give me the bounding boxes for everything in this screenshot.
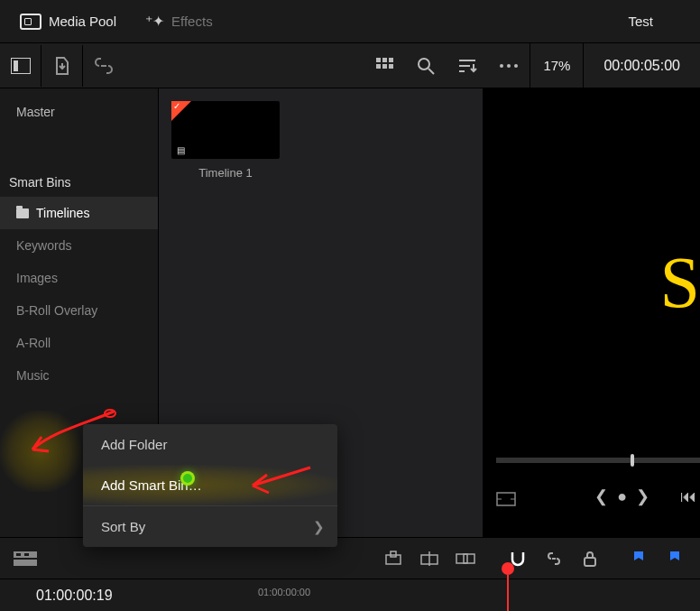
timeline-ruler[interactable]: 01:00:00:00 [253, 579, 700, 611]
sidebar-toggle-button[interactable] [0, 45, 41, 87]
svg-rect-3 [382, 58, 387, 62]
context-menu: Add Folder Add Smart Bin… Sort By ❯ [83, 424, 337, 547]
pool-toolbar: 17% 00:00:05:00 [0, 43, 700, 88]
svg-rect-28 [464, 554, 474, 563]
svg-rect-5 [376, 64, 381, 69]
svg-rect-6 [382, 64, 387, 69]
viewer-frame-content: S [660, 242, 701, 324]
svg-rect-7 [389, 64, 393, 69]
current-marker-icon[interactable]: ● [617, 487, 627, 506]
ruler-start-label: 01:00:00:00 [258, 587, 310, 597]
svg-rect-20 [14, 560, 37, 566]
playhead-line [507, 575, 509, 611]
media-pool-tab[interactable]: Media Pool [11, 8, 125, 35]
sidebar-item-aroll[interactable]: A-Roll [0, 327, 158, 359]
overwrite-clip-button[interactable] [411, 541, 447, 577]
timeline-ruler-strip: 01:00:00:19 01:00:00:00 [0, 579, 700, 611]
sidebar-item-label: Timelines [36, 206, 89, 220]
sort-button[interactable] [447, 45, 488, 87]
svg-point-14 [507, 64, 511, 68]
playhead-head-icon [502, 562, 514, 575]
effects-tab[interactable]: ⁺✦ Effects [136, 7, 222, 35]
wand-icon: ⁺✦ [145, 13, 164, 30]
jump-start-button[interactable]: ⏮ [680, 487, 696, 506]
svg-rect-2 [376, 58, 381, 62]
bin-icon [16, 208, 29, 218]
ctx-add-smart-bin[interactable]: Add Smart Bin… [83, 465, 337, 505]
sidebar-item-images[interactable]: Images [0, 262, 158, 294]
effects-label: Effects [171, 14, 213, 29]
clip-item[interactable]: ✓ ▤ Timeline 1 [171, 101, 280, 180]
ctx-item-label: Sort By [101, 519, 145, 534]
marker-flag-blue[interactable] [621, 541, 657, 577]
lock-toggle[interactable] [572, 541, 608, 577]
import-media-button[interactable] [41, 45, 83, 87]
media-pool-icon [20, 14, 41, 30]
sidebar-item-keywords[interactable]: Keywords [0, 229, 158, 262]
ctx-sort-by[interactable]: Sort By ❯ [83, 505, 337, 547]
timeline-view-options[interactable] [7, 541, 43, 577]
svg-point-13 [500, 64, 503, 68]
media-pool-label: Media Pool [49, 14, 116, 29]
smart-bins-heading: Smart Bins [0, 166, 158, 197]
svg-rect-22 [24, 553, 29, 556]
timeline-current-tc[interactable]: 01:00:00:19 [0, 588, 253, 604]
next-clip-button[interactable]: ❯ [636, 486, 649, 506]
project-name[interactable]: Test [628, 14, 689, 29]
svg-rect-27 [456, 554, 467, 563]
replace-clip-button[interactable] [447, 541, 484, 577]
chevron-right-icon: ❯ [313, 519, 325, 535]
marker-flag-add[interactable] [657, 541, 693, 577]
svg-point-15 [514, 64, 518, 68]
svg-line-9 [428, 69, 434, 74]
viewer-transport: ❮ ● ❯ ⏮ [594, 486, 700, 506]
safe-area-button[interactable] [496, 492, 516, 506]
thumbnails-view-button[interactable] [364, 45, 405, 87]
playhead[interactable] [502, 562, 514, 611]
more-options-button[interactable] [488, 45, 530, 87]
svg-rect-4 [389, 58, 393, 62]
clip-label: Timeline 1 [171, 166, 280, 180]
sidebar-item-timelines[interactable]: Timelines [0, 197, 158, 229]
search-button[interactable] [405, 45, 447, 87]
checkmark-icon: ✓ [173, 101, 180, 111]
ctx-add-folder[interactable]: Add Folder [83, 424, 337, 465]
clip-thumbnail[interactable]: ✓ ▤ [171, 101, 280, 159]
viewer-timecode[interactable]: 00:00:05:00 [583, 43, 700, 88]
link-toggle[interactable] [536, 541, 572, 577]
viewer-panel: S ❮ ● ❯ ⏮ [484, 88, 700, 537]
slate-icon: ▤ [177, 145, 185, 155]
svg-rect-24 [391, 551, 396, 557]
master-bin[interactable]: Master [0, 96, 158, 128]
svg-rect-21 [16, 553, 21, 556]
svg-point-8 [419, 59, 429, 69]
top-bar: Media Pool ⁺✦ Effects Test [0, 0, 700, 43]
svg-rect-1 [14, 60, 18, 71]
link-proxy-button[interactable] [83, 45, 124, 87]
insert-clip-button[interactable] [375, 541, 411, 577]
sidebar-item-music[interactable]: Music [0, 359, 158, 392]
sidebar-item-broll[interactable]: B-Roll Overlay [0, 294, 158, 327]
viewer-zoom[interactable]: 17% [530, 43, 583, 88]
click-cursor-icon [180, 471, 195, 486]
viewer-scrub-bar[interactable] [496, 458, 700, 463]
svg-rect-29 [585, 558, 595, 566]
prev-clip-button[interactable]: ❮ [594, 486, 608, 506]
